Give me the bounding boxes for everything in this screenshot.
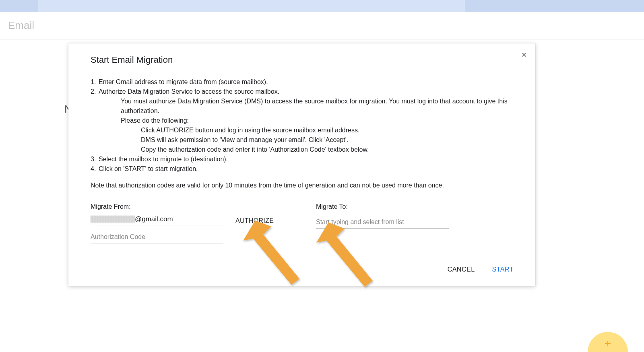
authorize-button[interactable]: AUTHORIZE: [235, 217, 274, 224]
instruction-step-2-sub2a: Click AUTHORIZE button and log in using …: [99, 126, 523, 135]
instruction-step-3: Select the mailbox to migrate to (destin…: [91, 154, 523, 164]
instruction-step-4: Click on 'START' to start migration.: [91, 164, 523, 174]
page-title: Email: [8, 19, 636, 32]
instructions-block: Enter Gmail address to migrate data from…: [91, 77, 523, 174]
plus-icon: +: [605, 337, 611, 350]
content-area: N × Start Email Migration Enter Gmail ad…: [0, 39, 644, 68]
note-text: Note that authorization codes are valid …: [91, 182, 523, 189]
top-banner-inner: [38, 0, 465, 12]
instruction-step-2-sub2: Please do the following:: [99, 116, 523, 126]
migrate-to-section: Migrate To:: [316, 203, 449, 243]
fab-button[interactable]: +: [588, 332, 628, 352]
cancel-button[interactable]: CANCEL: [446, 263, 477, 276]
email-domain-text: @gmail.com: [135, 215, 173, 223]
modal-actions: CANCEL START: [91, 255, 523, 276]
top-banner-bar: [0, 0, 644, 12]
instruction-step-2-text: Authorize Data Migration Service to acce…: [99, 88, 279, 95]
redacted-email-local: [91, 216, 135, 223]
instruction-step-2-sub1: You must authorize Data Migration Servic…: [99, 97, 523, 116]
migrate-to-input[interactable]: [316, 215, 449, 228]
source-email-input[interactable]: @gmail.com: [91, 215, 223, 226]
close-icon[interactable]: ×: [522, 51, 526, 59]
start-button[interactable]: START: [491, 263, 515, 276]
migrate-from-label: Migrate From:: [91, 203, 292, 210]
migrate-from-section: Migrate From: @gmail.com AUTHORIZE: [91, 203, 292, 243]
instruction-step-1: Enter Gmail address to migrate data from…: [91, 77, 523, 87]
page-header: Email: [0, 12, 644, 39]
migrate-to-label: Migrate To:: [316, 203, 449, 210]
authorization-code-input[interactable]: [91, 230, 223, 243]
instruction-step-2: Authorize Data Migration Service to acce…: [91, 87, 523, 154]
instruction-step-2-sub2c: Copy the authorization code and enter it…: [99, 145, 523, 154]
form-row: Migrate From: @gmail.com AUTHORIZE Migra…: [91, 203, 523, 243]
instruction-step-2-sub2b: DMS will ask permission to 'View and man…: [99, 135, 523, 145]
modal-title: Start Email Migration: [91, 55, 523, 65]
email-migration-modal: × Start Email Migration Enter Gmail addr…: [68, 43, 535, 286]
